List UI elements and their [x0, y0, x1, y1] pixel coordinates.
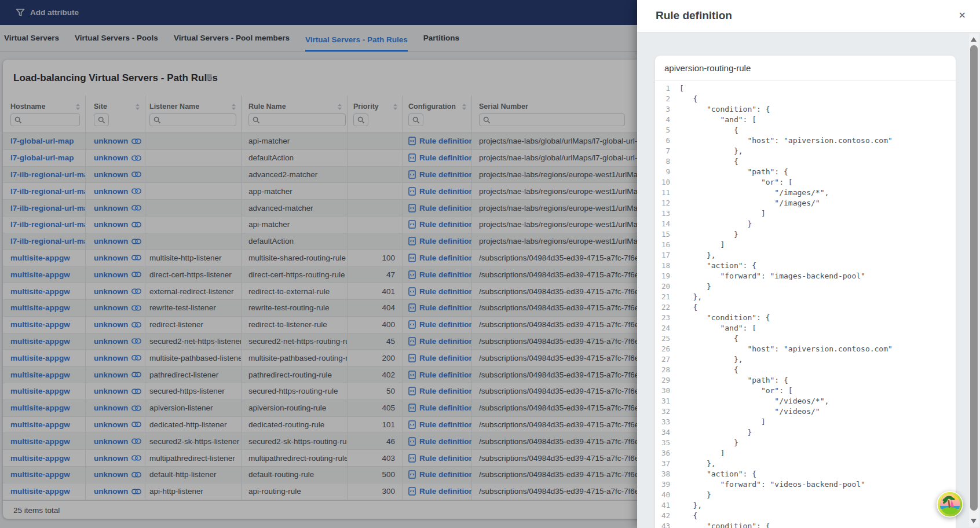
code-line: 37 }, [655, 459, 956, 469]
code-line: 22 { [655, 302, 956, 313]
rule-definition-drawer: Rule definition ✕ apiversion-routing-rul… [637, 0, 980, 528]
code-text: }, [679, 459, 956, 469]
line-number: 22 [655, 302, 679, 313]
code-line: 2 { [655, 94, 956, 104]
line-number: 18 [655, 261, 679, 271]
line-number: 12 [655, 198, 679, 208]
code-line: 18 "action": { [655, 261, 956, 271]
code-line: 23 "condition": { [655, 313, 956, 323]
code-text: } [679, 438, 956, 448]
code-text: } [679, 490, 956, 500]
drawer-title: Rule definition [656, 9, 732, 22]
line-number: 17 [655, 250, 679, 261]
code-line: 1[ [655, 83, 956, 94]
code-text: "path": { [679, 167, 956, 177]
line-number: 16 [655, 240, 679, 250]
line-number: 5 [655, 125, 679, 135]
line-number: 9 [655, 167, 679, 177]
line-number: 19 [655, 271, 679, 281]
code-text: } [679, 427, 956, 438]
code-text: } [679, 281, 956, 292]
scroll-up-icon[interactable] [971, 37, 977, 42]
code-line: 10 "or": [ [655, 177, 956, 188]
code-text: { [679, 156, 956, 167]
scrollbar-thumb[interactable] [970, 45, 978, 511]
code-line: 17 }, [655, 250, 956, 261]
line-number: 36 [655, 448, 679, 459]
code-text: "and": [ [679, 323, 956, 333]
code-line: 9 "path": { [655, 167, 956, 177]
line-number: 27 [655, 354, 679, 365]
line-number: 32 [655, 406, 679, 417]
line-number: 37 [655, 459, 679, 469]
code-line: 21 }, [655, 292, 956, 302]
scroll-down-icon[interactable] [971, 519, 977, 523]
code-text: { [679, 125, 956, 135]
line-number: 38 [655, 469, 679, 479]
code-text: "forward": "videos-backend-pool" [679, 479, 956, 490]
code-text: } [679, 219, 956, 229]
code-text: ] [679, 448, 956, 459]
line-number: 14 [655, 219, 679, 229]
code-line: 31 "/videos/*", [655, 396, 956, 406]
code-text: "/videos/" [679, 406, 956, 417]
code-text: "/videos/*", [679, 396, 956, 406]
code-line: 41 }, [655, 500, 956, 511]
code-text: "path": { [679, 375, 956, 386]
island-extension-badge[interactable] [937, 491, 963, 520]
code-text: { [679, 94, 956, 104]
line-number: 20 [655, 281, 679, 292]
line-number: 28 [655, 365, 679, 375]
line-number: 6 [655, 135, 679, 146]
drawer-scrollbar[interactable] [969, 34, 979, 527]
code-line: 39 "forward": "videos-backend-pool" [655, 479, 956, 490]
code-text: "condition": { [679, 521, 956, 528]
code-line: 28 { [655, 365, 956, 375]
code-text: }, [679, 292, 956, 302]
code-line: 40 } [655, 490, 956, 500]
code-text: "forward": "images-backend-pool" [679, 271, 956, 281]
line-number: 43 [655, 521, 679, 528]
line-number: 39 [655, 479, 679, 490]
code-text: "host": "apiversion.contoso.com" [679, 135, 956, 146]
code-text: [ [679, 83, 956, 94]
line-number: 41 [655, 500, 679, 511]
line-number: 3 [655, 104, 679, 115]
code-text: }, [679, 146, 956, 156]
line-number: 42 [655, 511, 679, 521]
code-text: { [679, 511, 956, 521]
main-application: Add attribute Virtual ServersVirtual Ser… [0, 0, 980, 528]
code-line: 24 "and": [ [655, 323, 956, 333]
code-text: "action": { [679, 261, 956, 271]
line-number: 10 [655, 177, 679, 188]
code-text: "or": [ [679, 386, 956, 396]
code-line: 16 ] [655, 240, 956, 250]
code-line: 12 "/images/" [655, 198, 956, 208]
code-text: } [679, 229, 956, 240]
line-number: 24 [655, 323, 679, 333]
line-number: 33 [655, 417, 679, 427]
line-number: 15 [655, 229, 679, 240]
line-number: 30 [655, 386, 679, 396]
code-line: 34 } [655, 427, 956, 438]
code-text: ] [679, 240, 956, 250]
line-number: 40 [655, 490, 679, 500]
code-line: 13 ] [655, 208, 956, 219]
code-line: 6 "host": "apiversion.contoso.com" [655, 135, 956, 146]
rule-card: apiversion-routing-rule 1[2 {3 "conditio… [654, 55, 956, 528]
line-number: 2 [655, 94, 679, 104]
code-line: 20 } [655, 281, 956, 292]
code-line: 27 }, [655, 354, 956, 365]
code-text: ] [679, 417, 956, 427]
line-number: 34 [655, 427, 679, 438]
line-number: 25 [655, 333, 679, 344]
code-text: "host": "apiversion.contoso.com" [679, 344, 956, 354]
code-text: "or": [ [679, 177, 956, 188]
code-text: { [679, 302, 956, 313]
line-number: 4 [655, 115, 679, 125]
code-text: }, [679, 500, 956, 511]
code-text: { [679, 365, 956, 375]
line-number: 23 [655, 313, 679, 323]
close-icon[interactable]: ✕ [959, 10, 966, 21]
line-number: 13 [655, 208, 679, 219]
